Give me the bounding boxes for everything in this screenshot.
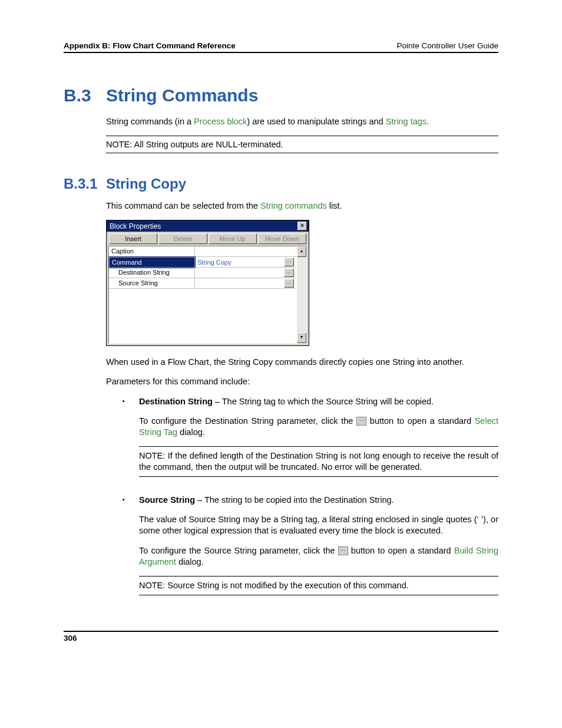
scroll-track[interactable] bbox=[297, 257, 306, 332]
subsection-title: String Copy bbox=[106, 176, 186, 192]
after-dialog-p2: Parameters for this command include: bbox=[106, 376, 498, 387]
section-title: String Commands bbox=[106, 85, 258, 106]
move-up-button: Move Up bbox=[209, 233, 257, 244]
ellipsis-icon[interactable]: … bbox=[284, 268, 294, 277]
header-right: Pointe Controller User Guide bbox=[396, 41, 498, 50]
link-string-commands[interactable]: String commands bbox=[260, 201, 327, 210]
section-intro: String commands (in a Process block) are… bbox=[106, 116, 498, 127]
section-heading: B.3 String Commands bbox=[64, 85, 498, 106]
link-string-tags[interactable]: String tags bbox=[386, 117, 427, 126]
grid-row-caption[interactable]: Caption bbox=[109, 246, 296, 257]
dialog-title: Block Properties bbox=[110, 222, 161, 230]
grid-label-command: Command bbox=[109, 257, 195, 268]
delete-button: Delete bbox=[158, 233, 207, 244]
subsection-heading: B.3.1 String Copy bbox=[64, 176, 498, 192]
grid-value-caption[interactable] bbox=[195, 246, 296, 257]
grid-value-command[interactable]: String Copy… bbox=[195, 257, 296, 268]
scroll-up-icon[interactable]: ▴ bbox=[297, 246, 306, 257]
param-name: Source String bbox=[139, 495, 195, 505]
dialog-titlebar: Block Properties × bbox=[107, 220, 309, 232]
param-source-note: NOTE: Source String is not modified by t… bbox=[139, 576, 498, 595]
param-destination-string: Destination String – The String tag to w… bbox=[123, 396, 498, 477]
header-left: Appendix B: Flow Chart Command Reference bbox=[64, 41, 236, 50]
grid-value-destination[interactable]: … bbox=[195, 268, 296, 278]
section-note: NOTE: All String outputs are NULL-termin… bbox=[106, 136, 498, 153]
page-number: 306 bbox=[64, 634, 77, 643]
dialog-grid: Caption Command String Copy… Destination… bbox=[108, 246, 307, 344]
grid-empty-area bbox=[109, 289, 296, 343]
insert-button[interactable]: Insert bbox=[109, 233, 157, 244]
scrollbar[interactable]: ▴ ▾ bbox=[297, 246, 307, 344]
grid-label-destination: Destination String bbox=[109, 268, 195, 278]
ellipsis-icon[interactable]: … bbox=[284, 258, 294, 266]
subsection-number: B.3.1 bbox=[64, 176, 106, 192]
link-process-block[interactable]: Process block bbox=[194, 117, 247, 126]
grid-label-caption: Caption bbox=[109, 246, 195, 257]
param-dest-note: NOTE: If the defined length of the Desti… bbox=[139, 446, 498, 477]
scroll-down-icon[interactable]: ▾ bbox=[297, 332, 306, 343]
close-icon[interactable]: × bbox=[297, 222, 307, 230]
ellipsis-icon[interactable] bbox=[338, 546, 348, 555]
grid-value-source[interactable]: … bbox=[195, 278, 296, 289]
ellipsis-icon[interactable] bbox=[356, 417, 366, 426]
move-down-button: Move Down bbox=[258, 233, 306, 244]
param-source-string: Source String – The string to be copied … bbox=[123, 495, 498, 595]
subsection-intro: This command can be selected from the St… bbox=[106, 200, 498, 212]
grid-row-destination[interactable]: Destination String … bbox=[109, 268, 296, 278]
section-number: B.3 bbox=[64, 85, 106, 106]
grid-label-source: Source String bbox=[109, 278, 195, 289]
page-header: Appendix B: Flow Chart Command Reference… bbox=[64, 41, 498, 53]
ellipsis-icon[interactable]: … bbox=[284, 279, 294, 288]
grid-row-source[interactable]: Source String … bbox=[109, 278, 296, 289]
dialog-button-row: Insert Delete Move Up Move Down bbox=[107, 232, 309, 245]
block-properties-dialog: Block Properties × Insert Delete Move Up… bbox=[106, 220, 309, 346]
param-name: Destination String bbox=[139, 397, 213, 406]
grid-row-command[interactable]: Command String Copy… bbox=[109, 257, 296, 268]
page-footer: 306 bbox=[64, 631, 498, 643]
after-dialog-p1: When used in a Flow Chart, the String Co… bbox=[106, 357, 498, 368]
